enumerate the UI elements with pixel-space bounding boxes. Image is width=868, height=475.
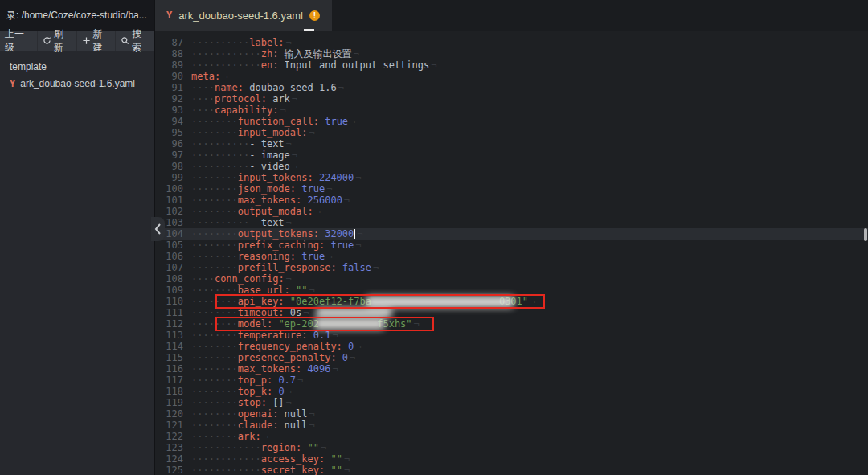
line-number: 109 <box>155 285 190 296</box>
code-editor[interactable]: 87··········label:¬88············zh: 输入及… <box>155 31 868 475</box>
tab-title: ark_doubao-seed-1.6.yaml <box>178 10 303 22</box>
tree-item-ark-yaml[interactable]: Yark_doubao-seed-1.6.yaml <box>0 75 154 92</box>
line-number: 119 <box>155 397 190 408</box>
code-text: ············region: ""¬ <box>190 442 326 453</box>
code-line[interactable]: 100········json_mode: true¬ <box>155 183 868 195</box>
code-area[interactable]: 87··········label:¬88············zh: 输入及… <box>155 31 868 475</box>
file-toolbar: 上一级刷新新建搜索 <box>0 31 154 51</box>
left-panel: 录: /home/Coze/coze-studio/ba... 上一级刷新新建搜… <box>0 0 155 475</box>
code-line[interactable]: 121········claude: null¬ <box>155 420 868 431</box>
code-line[interactable]: 102········output_modal:¬ <box>155 206 868 217</box>
code-text: ········max_tokens: 256000¬ <box>190 195 350 206</box>
code-line[interactable]: 108····conn_config:¬ <box>155 273 868 285</box>
code-line[interactable]: 118········top_k: 0¬ <box>155 386 868 397</box>
line-number: 111 <box>155 307 190 318</box>
code-text: ········frequency_penalty: 0¬ <box>190 341 362 352</box>
line-number: 124 <box>155 453 190 465</box>
code-text: ········max_tokens: 4096¬ <box>190 363 338 375</box>
code-line[interactable]: 90meta:¬ <box>155 71 868 82</box>
sidebar-collapse-handle[interactable] <box>151 217 165 241</box>
line-number: 95 <box>155 127 190 138</box>
code-text: ············access_key: ""¬ <box>190 453 350 465</box>
up-level-button[interactable]: 上一级 <box>0 31 38 51</box>
code-text: ········base_url: ""¬ <box>190 285 315 296</box>
code-line[interactable]: 96··········- text¬ <box>155 138 868 149</box>
code-line[interactable]: 92····protocol: ark¬ <box>155 93 868 104</box>
code-text: ········input_modal:¬ <box>190 127 315 138</box>
code-line[interactable]: 110········api_key: "0e20ef12-f7ba 0301"… <box>155 296 868 307</box>
code-line[interactable]: 104········output_tokens: 32000¬ <box>155 228 868 240</box>
code-line[interactable]: 111········timeout: 0s¬ <box>155 307 868 318</box>
new-button[interactable]: 新建 <box>77 31 117 51</box>
code-line[interactable]: 88············zh: 输入及输出设置¬ <box>155 48 868 59</box>
line-number: 110 <box>155 296 190 307</box>
code-line[interactable]: 101········max_tokens: 256000¬ <box>155 195 868 206</box>
line-number: 100 <box>155 183 190 195</box>
line-number: 125 <box>155 465 190 475</box>
code-line[interactable]: 124············access_key: ""¬ <box>155 453 868 465</box>
white-dash-mark <box>304 29 314 31</box>
tree-item-template[interactable]: template <box>0 58 154 75</box>
code-text: ········top_k: 0¬ <box>190 386 292 397</box>
code-text: ········api_key: "0e20ef12-f7ba 0301"¬ <box>190 296 535 307</box>
line-number: 105 <box>155 240 190 251</box>
code-line[interactable]: 115········presence_penalty: 0¬ <box>155 352 868 363</box>
code-text: ········prefill_response: false¬ <box>190 262 379 273</box>
code-line[interactable]: 89············en: Input and output setti… <box>155 59 868 71</box>
code-text: ····name: doubao-seed-1.6¬ <box>190 82 344 93</box>
code-line[interactable]: 91····name: doubao-seed-1.6¬ <box>155 82 868 93</box>
line-number: 91 <box>155 82 190 93</box>
code-line[interactable]: 105········prefix_caching: true¬ <box>155 240 868 251</box>
code-line[interactable]: 122········ark:¬ <box>155 431 868 442</box>
code-line[interactable]: 117········top_p: 0.7¬ <box>155 375 868 386</box>
code-line[interactable]: 87··········label:¬ <box>155 37 868 48</box>
editor-tab-ark-yaml[interactable]: Y ark_doubao-seed-1.6.yaml ! <box>155 0 332 31</box>
code-line[interactable]: 107········prefill_response: false¬ <box>155 262 868 273</box>
search-button[interactable]: 搜索 <box>116 31 154 51</box>
file-tree: templateYark_doubao-seed-1.6.yaml <box>0 51 154 475</box>
tree-item-label: template <box>10 61 47 72</box>
code-line[interactable]: 98··········- video¬ <box>155 161 868 172</box>
code-text: ········model: "ep-202 f5xhs"¬ <box>190 318 420 330</box>
code-text: ········reasoning: true¬ <box>190 251 332 262</box>
code-line[interactable]: 114········frequency_penalty: 0¬ <box>155 341 868 352</box>
chevron-left-icon <box>154 222 163 236</box>
tab-bar: Y ark_doubao-seed-1.6.yaml ! <box>155 0 868 31</box>
code-line[interactable]: 113········temperature: 0.1¬ <box>155 330 868 341</box>
code-line[interactable]: 103··········- text¬ <box>155 217 868 228</box>
line-number: 122 <box>155 431 190 442</box>
line-number: 90 <box>155 71 190 82</box>
line-number: 92 <box>155 93 190 104</box>
code-line[interactable]: 99········input_tokens: 224000¬ <box>155 172 868 183</box>
line-number: 115 <box>155 352 190 363</box>
tree-item-label: ark_doubao-seed-1.6.yaml <box>20 78 135 89</box>
line-number: 118 <box>155 386 190 397</box>
line-number: 117 <box>155 375 190 386</box>
line-number: 116 <box>155 363 190 375</box>
line-number: 112 <box>155 318 190 330</box>
code-text: ········claude: null¬ <box>190 420 315 431</box>
code-line[interactable]: 125············secret_key: ""¬ <box>155 465 868 475</box>
line-number: 101 <box>155 195 190 206</box>
code-text: ········prefix_caching: true¬ <box>190 240 362 251</box>
code-line[interactable]: 93····capability:¬ <box>155 104 868 116</box>
line-number: 87 <box>155 37 190 48</box>
code-line[interactable]: 123············region: ""¬ <box>155 442 868 453</box>
code-line[interactable]: 97··········- image¬ <box>155 149 868 161</box>
code-line[interactable]: 95········input_modal:¬ <box>155 127 868 138</box>
code-text: ··········- text¬ <box>190 217 292 228</box>
code-line[interactable]: 120········openai: null¬ <box>155 408 868 420</box>
code-text: ············secret_key: ""¬ <box>190 465 350 475</box>
code-line[interactable]: 116········max_tokens: 4096¬ <box>155 363 868 375</box>
code-line[interactable]: 94········function_call: true¬ <box>155 116 868 127</box>
code-text: ········output_modal:¬ <box>190 206 321 217</box>
code-line[interactable]: 112········model: "ep-202 f5xhs"¬ <box>155 318 868 330</box>
refresh-button[interactable]: 刷新 <box>38 31 77 51</box>
code-line[interactable]: 106········reasoning: true¬ <box>155 251 868 262</box>
vertical-scrollbar-thumb[interactable] <box>864 228 867 241</box>
code-line[interactable]: 109········base_url: ""¬ <box>155 285 868 296</box>
code-text: ········output_tokens: 32000¬ <box>190 228 363 240</box>
code-text: ··········- image¬ <box>190 149 297 161</box>
code-line[interactable]: 119········stop: []¬ <box>155 397 868 408</box>
line-number: 93 <box>155 104 190 116</box>
